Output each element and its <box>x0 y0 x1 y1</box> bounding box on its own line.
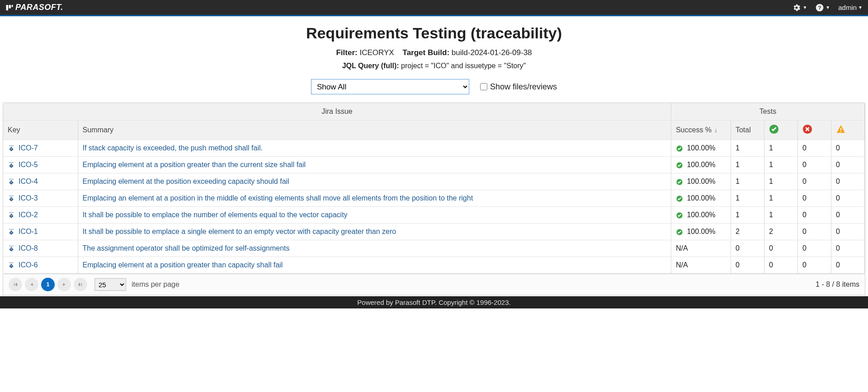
help-icon: ? <box>815 3 824 12</box>
pass-cell: 1 <box>764 190 797 207</box>
issue-key-link[interactable]: ICO-7 <box>19 144 38 152</box>
svg-point-37 <box>11 262 12 263</box>
jql-label: JQL Query (full): <box>342 62 399 70</box>
settings-menu[interactable]: ▼ <box>792 3 807 12</box>
svg-point-29 <box>9 229 10 230</box>
total-cell: 1 <box>731 157 764 173</box>
col-success[interactable]: Success %↓ <box>671 121 731 140</box>
success-cell: 100.00% <box>671 207 731 224</box>
issue-summary-link[interactable]: The assignment operator shall be optimiz… <box>83 244 290 252</box>
issue-summary-link[interactable]: Emplacing an element at a position in th… <box>83 194 473 202</box>
jira-story-icon <box>8 178 15 185</box>
fail-cell: 0 <box>797 257 831 274</box>
total-cell: 0 <box>731 240 764 257</box>
jira-story-icon <box>8 245 15 252</box>
table-row: ICO-8The assignment operator shall be op… <box>3 240 865 257</box>
last-page-button[interactable] <box>74 278 87 291</box>
svg-point-15 <box>12 162 13 163</box>
requirements-table: Jira Issue Tests Key Summary Success %↓ … <box>3 103 865 274</box>
jira-story-icon <box>8 161 15 168</box>
jql-value: project = "ICO" and issuetype = "Story" <box>401 62 526 70</box>
show-files-text: Show files/reviews <box>490 82 557 92</box>
issue-key-link[interactable]: ICO-6 <box>19 261 38 269</box>
svg-point-9 <box>9 145 10 146</box>
gear-icon <box>792 3 801 12</box>
check-circle-icon <box>676 212 683 219</box>
svg-point-27 <box>12 212 13 213</box>
success-cell: 100.00% <box>671 157 731 173</box>
svg-point-30 <box>11 229 12 230</box>
help-menu[interactable]: ? ▼ <box>815 3 830 12</box>
col-summary[interactable]: Summary <box>78 121 671 140</box>
pass-cell: 0 <box>764 257 797 274</box>
total-cell: 0 <box>731 257 764 274</box>
warning-triangle-icon <box>836 124 846 134</box>
svg-rect-1 <box>9 5 11 9</box>
pass-cell: 1 <box>764 207 797 224</box>
user-menu[interactable]: admin ▼ <box>838 4 863 11</box>
success-cell: 100.00% <box>671 140 731 157</box>
issue-key-link[interactable]: ICO-1 <box>19 228 38 236</box>
issue-summary-link[interactable]: Emplacing element at a position greater … <box>83 261 283 269</box>
fail-cell: 0 <box>797 140 831 157</box>
pass-cell: 1 <box>764 140 797 157</box>
issue-key-link[interactable]: ICO-2 <box>19 211 38 219</box>
show-files-checkbox-label[interactable]: Show files/reviews <box>480 82 557 92</box>
group-tests: Tests <box>671 103 864 121</box>
svg-point-14 <box>11 162 12 163</box>
caret-down-icon: ▼ <box>826 5 830 10</box>
show-filter-select[interactable]: Show All <box>311 79 469 94</box>
fail-cell: 0 <box>797 173 831 190</box>
issue-key-link[interactable]: ICO-8 <box>19 244 38 252</box>
issue-summary-link[interactable]: It shall be possible to emplace the numb… <box>83 211 348 219</box>
check-circle-icon <box>676 178 683 186</box>
prev-page-button[interactable] <box>25 278 38 291</box>
show-files-checkbox[interactable] <box>480 83 487 90</box>
warn-cell: 0 <box>831 224 864 240</box>
svg-point-13 <box>9 162 10 163</box>
col-fail[interactable] <box>797 121 831 140</box>
total-cell: 1 <box>731 173 764 190</box>
warn-cell: 0 <box>831 240 864 257</box>
fail-cell: 0 <box>797 224 831 240</box>
table-row: ICO-4Emplacing element at the position e… <box>3 173 865 190</box>
issue-key-link[interactable]: ICO-3 <box>19 194 38 202</box>
check-circle-icon <box>769 124 779 134</box>
jira-story-icon <box>8 228 15 235</box>
issue-summary-link[interactable]: Emplacing element at the position exceed… <box>83 177 289 185</box>
warn-cell: 0 <box>831 190 864 207</box>
check-circle-icon <box>676 195 683 202</box>
target-value: build-2024-01-26-09-38 <box>452 48 532 57</box>
page-1-button[interactable]: 1 <box>41 278 55 291</box>
last-icon <box>78 282 83 287</box>
table-row: ICO-5Emplacing element at a position gre… <box>3 157 865 173</box>
issue-summary-link[interactable]: If stack capacity is exceeded, the push … <box>83 144 263 152</box>
svg-point-21 <box>9 196 10 196</box>
col-key[interactable]: Key <box>3 121 78 140</box>
issue-summary-link[interactable]: Emplacing element at a position greater … <box>83 161 306 168</box>
target-label: Target Build: <box>403 48 450 57</box>
warn-cell: 0 <box>831 257 864 274</box>
next-page-button[interactable] <box>57 278 71 291</box>
issue-key-link[interactable]: ICO-5 <box>19 161 38 169</box>
jira-story-icon <box>8 261 15 269</box>
brand-logo: PARASOFT. <box>5 3 63 12</box>
issue-summary-link[interactable]: It shall be possible to emplace a single… <box>83 228 396 235</box>
svg-point-31 <box>12 229 13 230</box>
page-size-select[interactable]: 25 <box>94 278 126 291</box>
col-warn[interactable] <box>831 121 864 140</box>
warn-cell: 0 <box>831 207 864 224</box>
success-cell: 100.00% <box>671 173 731 190</box>
table-row: ICO-7If stack capacity is exceeded, the … <box>3 140 865 157</box>
next-icon <box>62 282 66 287</box>
svg-point-36 <box>9 262 10 263</box>
svg-point-35 <box>12 246 13 247</box>
first-icon <box>13 282 18 287</box>
col-pass[interactable] <box>764 121 797 140</box>
col-total[interactable]: Total <box>731 121 764 140</box>
first-page-button[interactable] <box>9 278 22 291</box>
issue-key-link[interactable]: ICO-4 <box>19 177 38 186</box>
success-cell: 100.00% <box>671 224 731 240</box>
jira-story-icon <box>8 195 15 202</box>
svg-point-34 <box>11 246 12 247</box>
